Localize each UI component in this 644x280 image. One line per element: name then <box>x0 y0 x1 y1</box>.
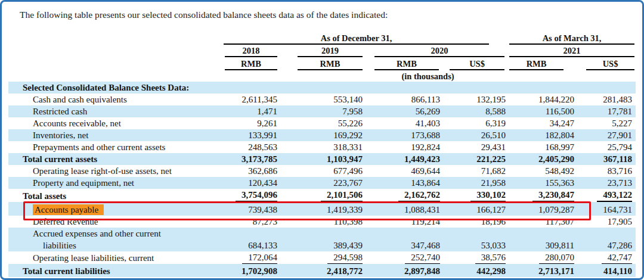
document-frame: The following table presents our selecte… <box>0 0 644 280</box>
currency-header: RMB <box>298 59 363 70</box>
cell-value: 1,844,220 <box>538 95 574 104</box>
row-label: Selected Consolidated Balance Sheets Dat… <box>8 82 220 94</box>
cell-value: 18,196 <box>481 217 506 226</box>
group-header: As of December 31, <box>224 33 489 45</box>
cell-value: 367,118 <box>603 154 632 164</box>
cell-value: 280,070 <box>539 251 574 264</box>
group-header: As of March 31, <box>509 33 634 45</box>
cell-value: 553,140 <box>333 95 363 104</box>
cell-value: 164,731 <box>603 205 632 214</box>
cell-value: 143,864 <box>411 178 440 188</box>
cell-value: 223,767 <box>333 178 363 188</box>
cell-value: 389,439 <box>333 241 363 250</box>
row-label: Accrued expenses and other currentliabil… <box>8 228 220 251</box>
cell-value: 53,033 <box>481 241 506 250</box>
cell-value: 469,644 <box>411 166 440 176</box>
cell-value: 362,686 <box>248 166 277 176</box>
cell-value: 3,754,096 <box>236 189 277 202</box>
cell-value: 3,173,785 <box>242 154 277 164</box>
cell-value: 87,273 <box>253 217 277 226</box>
year-header: 2019 <box>298 46 363 57</box>
cell-value: 330,102 <box>470 189 506 202</box>
cell-value: 169,292 <box>333 130 363 140</box>
cell-value: 172,064 <box>242 251 277 264</box>
cell-value: 1,079,287 <box>538 205 574 214</box>
cell-value: 117,307 <box>546 217 574 226</box>
cell-value: 110,398 <box>334 217 363 226</box>
cell-value: 132,195 <box>476 95 506 104</box>
cell-value: 9,261 <box>257 119 277 128</box>
cell-value: 38,576 <box>475 251 506 264</box>
table-row: Total assets3,754,0962,101,5062,162,7623… <box>8 189 636 202</box>
table-row: Selected Consolidated Balance Sheets Dat… <box>8 82 636 94</box>
table-body: Selected Consolidated Balance Sheets Dat… <box>8 82 636 277</box>
cell-value: 414,110 <box>603 266 632 276</box>
cell-value: 248,563 <box>248 142 277 152</box>
table-row: Accrued expenses and other currentliabil… <box>8 228 636 251</box>
row-label: Restricted cash <box>8 105 220 117</box>
cell-value: 2,713,171 <box>538 266 574 276</box>
cell-value: 493,122 <box>597 189 632 202</box>
cell-value: 2,897,848 <box>404 266 440 276</box>
cell-value: 17,905 <box>608 217 632 226</box>
row-label: Total current assets <box>8 153 220 165</box>
currency-header: RMB <box>374 59 439 70</box>
cell-value: 41,403 <box>416 119 440 128</box>
cell-value: 294,598 <box>327 251 363 264</box>
balance-sheet-table: As of December 31,As of March 31,2018201… <box>8 33 636 277</box>
currency-header: RMB <box>509 59 564 70</box>
table-row: Operating lease liabilities, current172,… <box>8 251 636 264</box>
cell-value: 684,133 <box>248 241 277 250</box>
cell-value: 120,434 <box>248 178 277 188</box>
table-row: Deferred Revenue87,273110,398119,21418,1… <box>8 216 636 228</box>
row-label: Total current liabilities <box>8 264 220 277</box>
cell-value: 133,991 <box>248 130 277 140</box>
cell-value: 27,901 <box>608 130 632 140</box>
row-label: Total assets <box>8 189 220 202</box>
cell-value: 168,997 <box>545 142 574 152</box>
cell-value: 1,419,339 <box>327 205 363 214</box>
currency-header: RMB <box>225 59 277 70</box>
cell-value: 47,286 <box>608 241 632 250</box>
cell-value: 166,127 <box>476 205 506 214</box>
cell-value: 1,471 <box>257 107 277 116</box>
row-label: Operating lease liabilities, current <box>8 251 220 264</box>
cell-value: 182,804 <box>545 130 574 140</box>
cell-value: 55,226 <box>338 119 363 128</box>
cell-value: 21,958 <box>481 178 506 188</box>
cell-value: 17,781 <box>608 107 632 116</box>
row-label: Property and equipment, net <box>8 177 220 189</box>
table-row: Prepayments and other current assets248,… <box>8 141 636 153</box>
table-row: Cash and cash equivalents2,611,345553,14… <box>8 94 636 105</box>
cell-value: 56,269 <box>416 107 440 116</box>
highlighted-label: Accounts payable <box>33 204 104 215</box>
row-label: Prepayments and other current assets <box>8 141 220 153</box>
cell-value: 119,214 <box>411 217 440 226</box>
cell-value: 318,331 <box>333 142 363 152</box>
row-label: Deferred Revenue <box>8 216 220 228</box>
cell-value: 1,702,908 <box>242 266 277 276</box>
cell-value: 23,713 <box>608 178 632 188</box>
table-header: As of December 31,As of March 31,2018201… <box>8 33 636 82</box>
year-header: 2020 <box>374 46 504 57</box>
cell-value: 442,298 <box>476 266 506 276</box>
table-row: Operating lease right-of-use assets, net… <box>8 165 636 177</box>
cell-value: 6,319 <box>485 119 506 128</box>
cell-value: 866,113 <box>411 95 440 104</box>
table-row: Restricted cash1,4717,95856,2698,588116,… <box>8 105 636 117</box>
cell-value: 3,230,847 <box>532 189 574 202</box>
row-label: Inventories, net <box>8 129 220 141</box>
cell-value: 1,088,431 <box>404 205 440 214</box>
cell-value: 8,588 <box>485 107 506 116</box>
cell-value: 5,227 <box>612 119 632 128</box>
table-row: Total current assets3,173,7851,103,9471,… <box>8 153 636 165</box>
row-label: Operating lease right-of-use assets, net <box>8 165 220 177</box>
cell-value: 548,492 <box>545 166 574 176</box>
cell-value: 2,611,345 <box>242 95 277 104</box>
cell-value: 739,438 <box>248 205 277 214</box>
intro-text: The following table presents our selecte… <box>2 2 642 21</box>
currency-header: US$ <box>586 59 634 70</box>
cell-value: 42,747 <box>602 251 632 264</box>
units-note: (in thousands) <box>220 71 636 82</box>
row-label: Accounts payable <box>8 202 220 216</box>
